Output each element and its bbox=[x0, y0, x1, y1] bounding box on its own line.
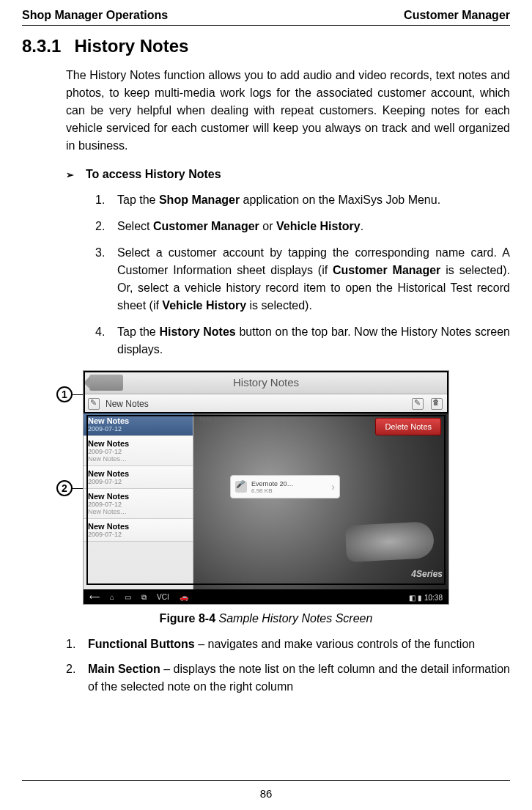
vci-nav-icon[interactable]: VCI bbox=[157, 593, 169, 602]
note-preview-text: New Notes… bbox=[199, 416, 238, 423]
trash-icon[interactable] bbox=[431, 398, 443, 410]
note-date: 2009-07-12 bbox=[88, 478, 188, 485]
figure-number: Figure 8-4 bbox=[160, 612, 215, 625]
note-title: New Notes bbox=[88, 492, 188, 501]
note-list: New Notes 2009-07-12 New Notes 2009-07-1… bbox=[84, 413, 193, 589]
step-number: 1. bbox=[95, 191, 117, 209]
note-title: New Notes bbox=[88, 469, 188, 478]
legend-number: 2. bbox=[66, 660, 88, 696]
triangle-bullet-icon: ➢ bbox=[66, 169, 74, 180]
figure-caption: Figure 8-4 Sample History Notes Screen bbox=[22, 612, 510, 625]
toolbar-selected-label: New Notes bbox=[106, 399, 149, 409]
note-item[interactable]: New Notes 2009-07-12 bbox=[84, 519, 193, 542]
edit-icon[interactable] bbox=[412, 398, 424, 410]
header-divider bbox=[22, 25, 510, 26]
note-subtitle: New Notes… bbox=[88, 455, 188, 463]
ss-toolbar: New Notes bbox=[84, 394, 448, 413]
step-list: 1. Tap the Shop Manager application on t… bbox=[95, 191, 510, 358]
back-nav-icon[interactable]: ⟵ bbox=[89, 593, 100, 602]
legend-list: 1. Functional Buttons – navigates and ma… bbox=[66, 636, 510, 696]
attachment-card[interactable]: Evernote 20… 6.98 KB › bbox=[230, 475, 340, 498]
ss-body: New Notes 2009-07-12 New Notes 2009-07-1… bbox=[84, 413, 448, 589]
section-number: 8.3.1 bbox=[22, 36, 61, 56]
car-nav-icon[interactable]: 🚗 bbox=[180, 593, 188, 602]
intro-paragraph: The History Notes function allows you to… bbox=[66, 67, 510, 155]
callout-1-label: 1 bbox=[56, 386, 73, 402]
note-date: 2009-07-12 bbox=[88, 531, 188, 538]
navbar-right: ◧ ▮ 10:38 bbox=[409, 594, 443, 602]
note-item[interactable]: New Notes 2009-07-12 bbox=[84, 466, 193, 489]
header-right: Customer Manager bbox=[404, 9, 510, 22]
note-item[interactable]: New Notes 2009-07-12 New Notes… bbox=[84, 436, 193, 466]
step-text: Tap the Shop Manager application on the … bbox=[117, 191, 510, 209]
note-date: 2009-07-12 bbox=[88, 425, 188, 432]
page-number: 86 bbox=[0, 787, 532, 800]
page-header: Shop Manager Operations Customer Manager bbox=[22, 0, 510, 25]
screenshot-nav-icon[interactable]: ⧉ bbox=[141, 593, 147, 602]
legend-number: 1. bbox=[66, 636, 88, 653]
note-title: New Notes bbox=[88, 416, 188, 425]
android-navbar: ⟵ ⌂ ▭ ⧉ VCI 🚗 ◧ ▮ 10:38 bbox=[84, 589, 448, 605]
legend-item: 1. Functional Buttons – navigates and ma… bbox=[66, 636, 510, 653]
procedure-title: ➢To access History Notes bbox=[66, 168, 510, 181]
clock-time: 10:38 bbox=[424, 594, 443, 602]
step-item: 4. Tap the History Notes button on the t… bbox=[95, 323, 510, 358]
recent-nav-icon[interactable]: ▭ bbox=[125, 593, 131, 602]
step-item: 2. Select Customer Manager or Vehicle Hi… bbox=[95, 218, 510, 235]
legend-text: Functional Buttons – navigates and make … bbox=[88, 636, 510, 653]
section-title-text: History Notes bbox=[74, 36, 188, 56]
chevron-right-icon: › bbox=[331, 481, 335, 493]
callout-2-label: 2 bbox=[56, 480, 73, 496]
legend-item: 2. Main Section – displays the note list… bbox=[66, 660, 510, 696]
note-item[interactable]: New Notes 2009-07-12 bbox=[84, 413, 193, 436]
step-text: Select a customer account by tapping the… bbox=[117, 244, 510, 314]
status-icons: ◧ ▮ bbox=[409, 594, 422, 602]
note-item[interactable]: New Notes 2009-07-12 New Notes… bbox=[84, 489, 193, 519]
step-number: 2. bbox=[95, 218, 117, 235]
attachment-text: Evernote 20… 6.98 KB bbox=[251, 480, 327, 494]
step-number: 3. bbox=[95, 244, 117, 314]
procedure-title-text: To access History Notes bbox=[86, 168, 221, 180]
step-number: 4. bbox=[95, 323, 117, 358]
callout-1-line bbox=[73, 394, 83, 395]
ss-topbar: History Notes bbox=[84, 371, 448, 394]
home-nav-icon[interactable]: ⌂ bbox=[110, 593, 114, 602]
legend-text: Main Section – displays the note list on… bbox=[88, 660, 510, 696]
step-text: Tap the History Notes button on the top … bbox=[117, 323, 510, 358]
attachment-name: Evernote 20… bbox=[251, 480, 294, 487]
step-item: 1. Tap the Shop Manager application on t… bbox=[95, 191, 510, 209]
figure-wrap: 1 2 History Notes New Notes Ne bbox=[83, 370, 449, 605]
ss-toolbar-left: New Notes bbox=[84, 398, 193, 410]
screenshot: History Notes New Notes New Notes 2009-0… bbox=[83, 370, 449, 605]
ss-toolbar-right bbox=[193, 398, 448, 410]
note-title: New Notes bbox=[88, 439, 188, 448]
step-text: Select Customer Manager or Vehicle Histo… bbox=[117, 218, 510, 235]
note-date: 2009-07-12 bbox=[88, 501, 188, 508]
section-heading: 8.3.1History Notes bbox=[22, 36, 510, 56]
car-badge-text: 4Series bbox=[411, 569, 443, 579]
compose-icon[interactable] bbox=[88, 398, 100, 410]
note-photo: New Notes… 4Series bbox=[193, 413, 448, 589]
header-left: Shop Manager Operations bbox=[22, 9, 168, 22]
note-detail: New Notes… 4Series Delete Notes Evernote… bbox=[193, 413, 448, 589]
attachment-size: 6.98 KB bbox=[251, 487, 327, 494]
figure-title: Sample History Notes Screen bbox=[215, 612, 372, 625]
delete-notes-button[interactable]: Delete Notes bbox=[375, 418, 441, 435]
car-taillight-graphic bbox=[345, 521, 435, 562]
footer-divider bbox=[22, 780, 510, 781]
note-date: 2009-07-12 bbox=[88, 448, 188, 455]
note-subtitle: New Notes… bbox=[88, 508, 188, 515]
note-title: New Notes bbox=[88, 522, 188, 531]
navbar-left: ⟵ ⌂ ▭ ⧉ VCI 🚗 bbox=[89, 593, 188, 602]
microphone-icon bbox=[235, 481, 247, 493]
step-item: 3. Select a customer account by tapping … bbox=[95, 244, 510, 314]
ss-title: History Notes bbox=[84, 376, 448, 389]
